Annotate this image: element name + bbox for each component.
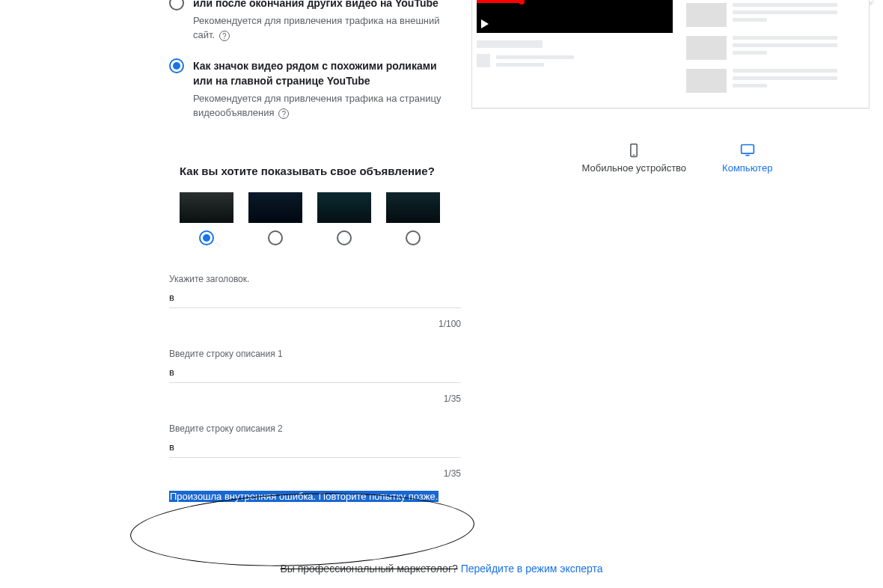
- skeleton-line: [477, 54, 490, 67]
- skeleton-thumb: [686, 3, 727, 27]
- format-option-1-desc: Рекомендуется для привлечения трафика на…: [193, 13, 456, 42]
- radio-icon[interactable]: [337, 230, 352, 245]
- desc2-input[interactable]: [169, 438, 461, 458]
- desc2-label: Введите строку описания 2: [169, 423, 461, 434]
- svg-rect-2: [741, 145, 754, 154]
- device-mobile-label: Мобильное устройство: [582, 162, 687, 174]
- help-icon[interactable]: ?: [219, 31, 230, 41]
- radio-icon[interactable]: [268, 230, 283, 245]
- desc1-field-block: Введите строку описания 1 1/35: [169, 349, 461, 404]
- thumbnail-image[interactable]: [180, 192, 233, 223]
- skeleton-line: [477, 40, 543, 48]
- preview-video-area: [477, 0, 673, 99]
- skeleton-line: [733, 3, 837, 7]
- skeleton-line: [733, 76, 837, 80]
- device-mobile-tab[interactable]: Мобильное устройство: [582, 143, 687, 174]
- desc2-counter: 1/35: [169, 468, 461, 479]
- skeleton-line: [496, 55, 574, 59]
- ad-preview-card: [471, 0, 870, 108]
- list-item: [686, 66, 837, 93]
- format-option-2[interactable]: Как значок видео рядом с похожими ролика…: [169, 58, 456, 123]
- skeleton-line: [733, 18, 767, 22]
- skeleton-line: [733, 10, 837, 14]
- smartphone-icon: [625, 143, 643, 158]
- thumbnail-heading: Как вы хотите показывать свое объявление…: [169, 165, 456, 177]
- thumbnail-option-3[interactable]: [317, 192, 371, 245]
- thumbnail-options: [169, 192, 456, 245]
- preview-video-player: [477, 0, 673, 33]
- thumbnail-option-1[interactable]: [180, 192, 233, 245]
- skeleton-thumb: [686, 36, 727, 60]
- device-switch: Мобильное устройство Компьютер: [471, 143, 883, 174]
- radio-icon[interactable]: [199, 230, 214, 245]
- skeleton-line: [733, 36, 837, 40]
- desc1-input[interactable]: [169, 364, 461, 383]
- format-option-1[interactable]: или после окончания других видео на YouT…: [169, 0, 456, 45]
- skeleton-line: [733, 43, 837, 47]
- list-item: [686, 33, 837, 60]
- headline-input[interactable]: [169, 289, 461, 308]
- radio-icon[interactable]: [169, 58, 184, 73]
- svg-rect-1: [633, 154, 635, 155]
- format-option-1-title: или после окончания других видео на YouT…: [193, 0, 456, 10]
- thumbnail-option-4[interactable]: [386, 192, 440, 245]
- radio-icon[interactable]: [169, 0, 184, 10]
- play-icon: [481, 19, 489, 28]
- preview-related-list: [673, 0, 845, 99]
- list-item: [686, 0, 837, 27]
- headline-counter: 1/100: [169, 319, 461, 329]
- footer-expert-prompt: Вы профессиональный маркетолог? Перейдит…: [0, 563, 883, 575]
- format-option-2-desc: Рекомендуется для привлечения трафика на…: [193, 91, 456, 120]
- skeleton-line: [496, 63, 544, 67]
- device-desktop-label: Компьютер: [722, 162, 772, 174]
- desktop-icon: [739, 143, 757, 158]
- progress-bar-icon: [477, 0, 522, 3]
- skeleton-line: [733, 51, 767, 55]
- expert-mode-link[interactable]: Перейдите в режим эксперта: [461, 563, 603, 575]
- thumbnail-image[interactable]: [386, 192, 440, 223]
- desc1-label: Введите строку описания 1: [169, 349, 461, 359]
- help-icon[interactable]: ?: [278, 108, 289, 119]
- thumbnail-image[interactable]: [248, 192, 302, 223]
- footer-question: Вы профессиональный маркетолог?: [280, 563, 457, 575]
- error-message: Произошла внутренняя ошибка. Повторите п…: [169, 491, 439, 502]
- skeleton-line: [733, 69, 837, 73]
- svg-rect-3: [745, 155, 749, 156]
- device-desktop-tab[interactable]: Компьютер: [722, 143, 772, 174]
- headline-field-block: Укажите заголовок. 1/100: [169, 274, 461, 329]
- radio-icon[interactable]: [406, 230, 421, 245]
- thumbnail-image[interactable]: [317, 192, 371, 223]
- desc1-counter: 1/35: [169, 393, 461, 404]
- thumbnail-option-2[interactable]: [248, 192, 302, 245]
- format-option-2-title: Как значок видео рядом с похожими ролика…: [193, 58, 456, 88]
- desc2-field-block: Введите строку описания 2 1/35: [169, 423, 461, 479]
- skeleton-thumb: [686, 69, 727, 93]
- headline-label: Укажите заголовок.: [169, 274, 461, 284]
- skeleton-line: [733, 84, 767, 88]
